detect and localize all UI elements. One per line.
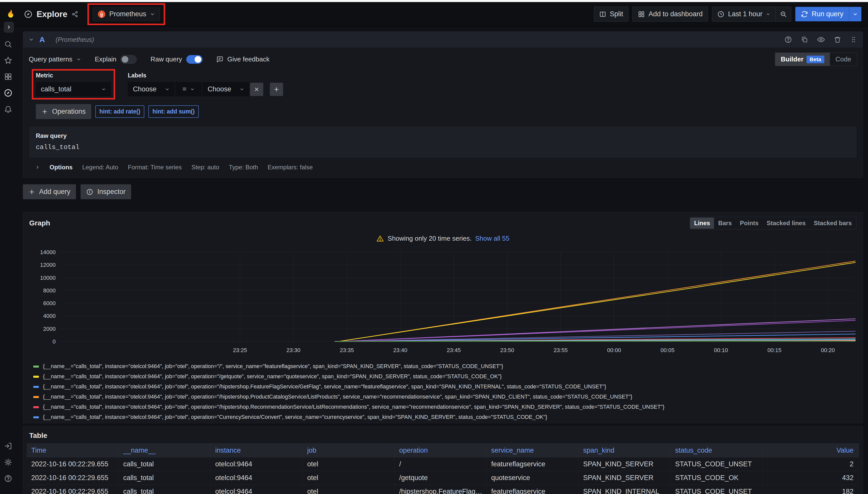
column-header-statuscode[interactable]: status_code xyxy=(671,443,762,457)
warning-text: Showing only 20 time series. xyxy=(387,234,472,243)
table-cell: SPAN_KIND_SERVER xyxy=(579,457,671,471)
query-row-header[interactable]: A (Prometheus) xyxy=(23,32,863,48)
x-axis-tick-label: 23:25 xyxy=(233,347,247,354)
drag-handle-icon[interactable] xyxy=(850,36,857,43)
column-header-servicename[interactable]: service_name xyxy=(487,443,579,457)
collapse-chevron-icon[interactable] xyxy=(29,37,34,42)
labels-label: Labels xyxy=(128,72,283,79)
label-operator-select[interactable]: = xyxy=(175,82,202,96)
query-hint-button[interactable]: hint: add sum() xyxy=(148,106,199,118)
legend-item[interactable]: {__name__="calls_total", instance="otelc… xyxy=(33,394,856,400)
legend-item[interactable]: {__name__="calls_total", instance="otelc… xyxy=(33,404,856,410)
explore-nav-icon[interactable] xyxy=(0,85,16,101)
time-range-label: Last 1 hour xyxy=(728,10,762,18)
add-query-button[interactable]: Add query xyxy=(23,184,76,199)
explain-toggle[interactable] xyxy=(121,55,137,64)
query-patterns-dropdown[interactable]: Query patterns xyxy=(29,55,81,63)
dashboards-icon[interactable] xyxy=(0,69,16,85)
comment-icon xyxy=(216,56,223,63)
column-header-value[interactable]: Value xyxy=(762,443,859,457)
datasource-picker[interactable]: Prometheus xyxy=(93,7,160,21)
query-option-summary: Type: Both xyxy=(229,164,258,171)
graph-mode-switcher: LinesBarsPointsStacked linesStacked bars xyxy=(689,217,856,229)
help-icon[interactable] xyxy=(0,470,16,487)
query-patterns-label: Query patterns xyxy=(29,55,72,63)
explore-header: Explore xyxy=(24,10,78,19)
column-header-spankind[interactable]: span_kind xyxy=(579,443,671,457)
y-axis: 02000400060008000100001200014000 xyxy=(29,250,56,343)
series-limit-warning: Showing only 20 time series. Show all 55 xyxy=(29,234,856,243)
zoom-out-time-button[interactable] xyxy=(776,7,791,21)
query-help-icon[interactable] xyxy=(784,36,792,43)
chevron-down-icon xyxy=(190,87,195,92)
run-query-button[interactable]: Run query xyxy=(795,7,862,21)
left-sidebar xyxy=(0,26,16,494)
show-all-series-link[interactable]: Show all 55 xyxy=(475,234,509,243)
top-navigation-bar: Explore Prometheus Split xyxy=(0,2,868,26)
query-options-row[interactable]: Options Legend: AutoFormat: Time seriesS… xyxy=(23,158,863,177)
hide-query-eye-icon[interactable] xyxy=(817,36,825,44)
legend-label: {__name__="calls_total", instance="otelc… xyxy=(43,374,502,380)
main-content: A (Prometheus) xyxy=(16,26,868,494)
table-row: 2022-10-16 00:22:29.655calls_totalotelco… xyxy=(27,484,859,494)
table-cell: featureflagservice xyxy=(487,457,579,471)
run-query-caret[interactable] xyxy=(849,7,862,21)
graph-mode-bars[interactable]: Bars xyxy=(714,217,736,229)
inspector-button[interactable]: Inspector xyxy=(80,184,131,199)
table-row: 2022-10-16 00:22:29.655calls_totalotelco… xyxy=(27,471,859,484)
alerting-bell-icon[interactable] xyxy=(0,101,16,117)
table-cell: 2022-10-16 00:22:29.655 xyxy=(27,457,119,471)
code-tab[interactable]: Code xyxy=(830,53,857,66)
column-header-time[interactable]: Time xyxy=(27,443,119,457)
add-label-filter-button[interactable] xyxy=(270,83,283,96)
builder-tab[interactable]: Builder Beta xyxy=(775,53,830,66)
metric-select[interactable]: calls_total xyxy=(36,82,111,96)
search-icon[interactable] xyxy=(0,36,16,52)
table-cell: / xyxy=(395,457,487,471)
grafana-logo[interactable] xyxy=(2,8,19,20)
settings-gear-icon[interactable] xyxy=(0,454,16,470)
column-header-name[interactable]: __name__ xyxy=(119,443,211,457)
table-header-row: Time__name__instancejoboperationservice_… xyxy=(27,443,859,457)
x-axis-tick-label: 00:05 xyxy=(661,347,675,354)
x-axis-tick-label: 00:15 xyxy=(767,347,781,354)
chart-plot-area[interactable]: 23:2523:3023:3523:4023:4523:5023:5500:00… xyxy=(60,250,855,343)
query-hint-button[interactable]: hint: add rate() xyxy=(95,106,144,118)
column-header-job[interactable]: job xyxy=(303,443,395,457)
legend-item[interactable]: {__name__="calls_total", instance="otelc… xyxy=(33,414,856,420)
column-header-instance[interactable]: instance xyxy=(211,443,303,457)
x-axis-tick-label: 23:50 xyxy=(500,347,514,354)
sign-in-icon[interactable] xyxy=(0,438,16,454)
graph-mode-stacked-lines[interactable]: Stacked lines xyxy=(762,217,810,229)
label-key-select[interactable]: Choose xyxy=(128,82,175,96)
label-value-select[interactable]: Choose xyxy=(202,82,249,96)
delete-query-trash-icon[interactable] xyxy=(834,36,841,43)
star-icon[interactable] xyxy=(0,52,16,69)
chevron-down-icon xyxy=(165,87,169,92)
remove-label-filter-button[interactable] xyxy=(250,83,263,96)
chevron-right-icon xyxy=(35,165,40,170)
legend-item[interactable]: {__name__="calls_total", instance="otelc… xyxy=(33,363,856,369)
y-axis-tick-label: 2000 xyxy=(43,326,56,332)
apps-grid-icon xyxy=(638,11,645,18)
query-ref-id: A xyxy=(39,35,45,44)
graph-mode-lines[interactable]: Lines xyxy=(690,217,714,229)
topnav-actions: Split Add to dashboard Last 1 hour xyxy=(594,6,862,22)
raw-query-toggle[interactable] xyxy=(186,55,202,64)
graph-mode-points[interactable]: Points xyxy=(736,217,762,229)
add-to-dashboard-label: Add to dashboard xyxy=(649,10,703,18)
x-axis-tick-label: 23:35 xyxy=(340,347,354,354)
legend-item[interactable]: {__name__="calls_total", instance="otelc… xyxy=(33,384,856,390)
column-header-operation[interactable]: operation xyxy=(395,443,487,457)
time-range-picker[interactable]: Last 1 hour xyxy=(712,7,776,21)
add-to-dashboard-button[interactable]: Add to dashboard xyxy=(632,6,708,22)
duplicate-query-icon[interactable] xyxy=(801,36,808,43)
share-icon[interactable] xyxy=(71,11,78,18)
graph-mode-stacked-bars[interactable]: Stacked bars xyxy=(810,217,856,229)
give-feedback-link[interactable]: Give feedback xyxy=(216,55,270,63)
legend-item[interactable]: {__name__="calls_total", instance="otelc… xyxy=(33,374,856,380)
operations-button[interactable]: Operations xyxy=(36,104,91,119)
split-button[interactable]: Split xyxy=(594,6,629,22)
label-key-value: Choose xyxy=(133,85,157,93)
sidebar-expand-button[interactable] xyxy=(4,22,14,33)
